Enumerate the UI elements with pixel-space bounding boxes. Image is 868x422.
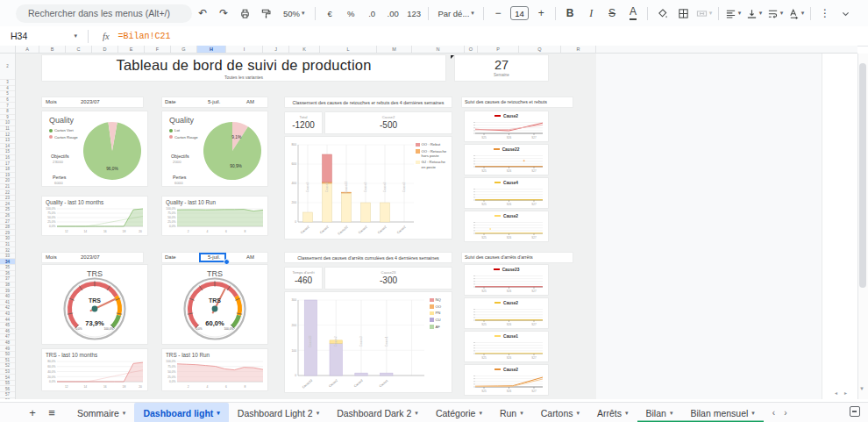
row-header-19[interactable]: 19: [0, 173, 15, 179]
fill-color-icon[interactable]: [652, 4, 672, 23]
retouches-pareto-card[interactable]: 8006004002000Cause2Cause2Cause22Cause2Ca…: [285, 137, 452, 239]
column-header-I[interactable]: I: [226, 46, 263, 54]
suivi-header-top[interactable]: Suivi des causes de retouches et rebuts: [462, 97, 573, 107]
mois-band-top[interactable]: Mois 2023/07: [42, 97, 143, 107]
trs-gauge-chart[interactable]: TRS60,0%0,0%100,0%: [183, 277, 246, 340]
week-card[interactable]: 27 Semaine: [455, 55, 548, 81]
italic-button[interactable]: I: [581, 4, 601, 23]
row-header-36[interactable]: 36: [0, 271, 15, 277]
fill-handle[interactable]: [224, 259, 230, 265]
row-header-30[interactable]: 30: [0, 236, 15, 242]
sheet-tab-dashboard-light[interactable]: Dashboard light▾: [134, 403, 228, 422]
cause-trend-card[interactable]: Cause22S25S26S27: [465, 145, 548, 175]
row-header-2[interactable]: 2: [0, 54, 15, 80]
scroll-down-icon[interactable]: ▼: [859, 386, 864, 391]
row-header-33[interactable]: 33: [0, 254, 15, 260]
column-header-A[interactable]: A: [16, 46, 39, 54]
decrease-decimals-button[interactable]: .0: [362, 4, 381, 23]
borders-icon[interactable]: [673, 4, 693, 23]
row-header-20[interactable]: 20: [0, 178, 15, 184]
sheet-tab-cartons[interactable]: Cartons▾: [532, 403, 588, 422]
quality-pie-card-month[interactable]: Quality Carton VertCarton Rouge Objectif…: [42, 111, 147, 186]
quality-run-spark-card[interactable]: Quality - last 10 Run 100,0%75,0%50,0%25…: [162, 197, 267, 235]
cause-trend-chart[interactable]: S25S26S27: [467, 307, 545, 326]
percent-format-button[interactable]: %: [341, 4, 360, 23]
column-header-J[interactable]: J: [263, 46, 289, 54]
row-header-54[interactable]: 54: [0, 375, 15, 381]
cause-trend-chart[interactable]: S25S26S27: [467, 187, 545, 206]
tabs-scroll-left-icon[interactable]: ‹: [772, 408, 775, 418]
vertical-align-icon[interactable]: ▾: [744, 4, 764, 23]
row-header-32[interactable]: 32: [0, 247, 15, 254]
more-toolbar-icon[interactable]: ⋮: [815, 4, 835, 23]
row-header-45[interactable]: 45: [0, 323, 15, 329]
row-header-28[interactable]: 28: [0, 225, 15, 231]
quality-run-area-chart[interactable]: 100,0%75,0%50,0%25,0%0,0%2468: [164, 206, 266, 233]
sheet-tab-dashboard-light-2[interactable]: Dashboard Light 2▾: [229, 403, 328, 422]
sheet-empty-area[interactable]: [596, 54, 822, 399]
row-header-26[interactable]: 26: [0, 213, 15, 219]
cause-trend-chart[interactable]: S25S26S27: [467, 154, 545, 173]
quality-months-spark-card[interactable]: Quality - last 10 months 100,0%75,0%50,0…: [42, 197, 147, 235]
column-header-L[interactable]: L: [320, 46, 377, 54]
all-sheets-icon[interactable]: ≡: [42, 404, 61, 422]
stat-cause2[interactable]: Cause2 -500: [325, 112, 452, 133]
quality-pie-card-day[interactable]: Quality LotCarton Rouge Objectifs 2000 P…: [162, 111, 267, 186]
text-color-button[interactable]: A: [623, 4, 643, 23]
column-header-D[interactable]: D: [92, 46, 118, 54]
row-header-42[interactable]: 42: [0, 305, 15, 311]
redo-icon[interactable]: ↷: [214, 4, 233, 23]
cause-trend-chart[interactable]: S25S26S27: [467, 120, 545, 139]
column-header-O[interactable]: O: [465, 46, 478, 54]
increase-font-size-button[interactable]: +: [531, 4, 551, 23]
row-header-35[interactable]: 35: [0, 265, 15, 271]
cause-trend-card[interactable]: Cause2S25S26S27: [465, 211, 548, 241]
column-header-F[interactable]: F: [145, 46, 171, 54]
row-header-53[interactable]: 53: [0, 369, 15, 376]
row-header-52[interactable]: 52: [0, 363, 15, 369]
row-header-34[interactable]: 34: [0, 259, 15, 265]
trs-gauge-card-month[interactable]: TRS TRS73,9%0,0%100,0%: [42, 265, 147, 344]
arrets-pareto-chart[interactable]: 3002001000Cause23Cause2Cause3Cause1Cause…: [288, 296, 426, 389]
row-header-11[interactable]: 11: [0, 126, 15, 132]
sheet-tab-bilan-mensuel[interactable]: Bilan mensuel▾: [681, 403, 763, 422]
column-header-R[interactable]: R: [561, 46, 596, 54]
row-header-27[interactable]: 27: [0, 218, 15, 225]
row-header-31[interactable]: 31: [0, 242, 15, 248]
bold-button[interactable]: B: [560, 4, 580, 23]
trs-gauge-chart[interactable]: TRS73,9%0,0%100,0%: [63, 277, 126, 340]
cause-trend-card[interactable]: Cause1S25S26S27: [465, 332, 548, 361]
zoom-dropdown[interactable]: 50% ▾: [277, 4, 310, 23]
row-header-9[interactable]: 9: [0, 115, 15, 121]
cause-trend-chart[interactable]: S25S26S27: [467, 274, 545, 293]
cause-trend-card[interactable]: Cause2S25S26S27: [465, 298, 548, 328]
font-size-input[interactable]: 14: [510, 6, 529, 20]
scroll-right-icon[interactable]: ▸: [844, 390, 847, 396]
pareto-header-bottom[interactable]: Classement des causes d'arrêts cumulées …: [285, 253, 452, 262]
cause-trend-card[interactable]: Cause2S25S26S27: [465, 365, 548, 395]
column-header-E[interactable]: E: [118, 46, 145, 54]
suivi-header-bottom[interactable]: Suivi des causes d'arrêts d'arrêts: [462, 253, 573, 262]
row-header-55[interactable]: 55: [0, 381, 15, 387]
hide-menus-icon[interactable]: [836, 4, 856, 23]
currency-format-button[interactable]: €: [320, 4, 339, 23]
row-header-13[interactable]: 13: [0, 138, 15, 144]
sheet-tab-run[interactable]: Run▾: [491, 403, 532, 422]
row-header-24[interactable]: 24: [0, 201, 15, 207]
row-header-50[interactable]: 50: [0, 352, 15, 358]
row-header-7[interactable]: 7: [0, 103, 15, 109]
row-header-40[interactable]: 40: [0, 294, 15, 300]
row-header-25[interactable]: 25: [0, 207, 15, 213]
stat-cause23[interactable]: Cause23 -300: [325, 268, 452, 289]
row-header-17[interactable]: 17: [0, 161, 15, 167]
arrets-pareto-card[interactable]: 3002001000Cause23Cause2Cause3Cause1Cause…: [285, 292, 452, 392]
row-header-57[interactable]: 57: [0, 392, 15, 398]
row-header-6[interactable]: 6: [0, 97, 15, 104]
menu-search-input[interactable]: [16, 4, 192, 23]
mois-band-bottom[interactable]: Mois 2023/07: [42, 253, 143, 262]
sheet-tab-arr-ts[interactable]: Arrêts▾: [588, 403, 637, 422]
cause-trend-chart[interactable]: S25S26S27: [467, 220, 545, 240]
horizontal-align-icon[interactable]: ▾: [723, 4, 743, 23]
row-header-23[interactable]: 23: [0, 196, 15, 202]
formula-input[interactable]: =Bilan!C21: [118, 32, 171, 41]
